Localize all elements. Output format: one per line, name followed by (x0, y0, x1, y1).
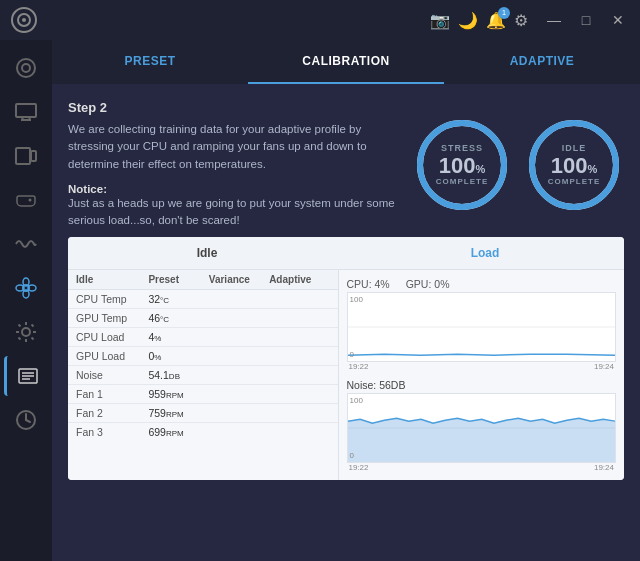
noise-y-label-max: 100 (350, 396, 363, 405)
close-button[interactable]: ✕ (604, 6, 632, 34)
chart-x-labels-cpu: 19:22 19:24 (347, 362, 617, 371)
content-area: PRESET CALIBRATION ADAPTIVE Step 2 We ar… (52, 40, 640, 561)
idle-percent: 100 (551, 155, 588, 177)
data-section: Idle Load Idle Preset Variance (68, 237, 624, 480)
tab-preset[interactable]: PRESET (52, 40, 248, 84)
noise-stat: Noise: 56DB (347, 379, 617, 391)
sidebar-item-monitor[interactable] (4, 92, 48, 132)
scroll-content[interactable]: Step 2 We are collecting training data f… (52, 84, 640, 561)
maximize-button[interactable]: □ (572, 6, 600, 34)
row-label-fan3: Fan 3 (76, 426, 148, 438)
bell-icon[interactable]: 🔔 1 (486, 11, 506, 30)
notice-label: Notice: (68, 183, 396, 195)
sidebar (0, 40, 52, 561)
row-value-gpu-load: 0% (148, 350, 208, 362)
row-label-noise: Noise (76, 369, 148, 381)
row-value-fan2: 759RPM (148, 407, 208, 419)
noise-chart: 100 0 (347, 393, 617, 463)
settings-gear-icon[interactable]: ⚙ (514, 11, 528, 30)
noise-chart-block: Noise: 56DB 100 (347, 379, 617, 472)
table-row: GPU Load 0% (68, 347, 338, 366)
gpu-stat: GPU: 0% (406, 278, 450, 290)
table-row: Noise 54.1DB (68, 366, 338, 385)
minimize-button[interactable]: — (540, 6, 568, 34)
data-table: Idle Preset Variance Adaptive CPU Temp 3… (68, 270, 338, 480)
svg-rect-10 (31, 151, 36, 161)
idle-complete: COMPLETE (548, 177, 600, 186)
svg-line-26 (19, 338, 21, 340)
row-label-cpu-temp: CPU Temp (76, 293, 148, 305)
idle-label: IDLE (562, 143, 587, 153)
moon-icon[interactable]: 🌙 (458, 11, 478, 30)
camera-icon[interactable]: 📷 (430, 11, 450, 30)
idle-circle: IDLE 100% COMPLETE (524, 115, 624, 215)
col-header-variance: Variance (209, 274, 269, 285)
step-title: Step 2 (68, 100, 396, 115)
sidebar-item-fan[interactable] (4, 268, 48, 308)
table-header-row: Idle Preset Variance Adaptive (68, 270, 338, 290)
y-label-min: 0 (350, 350, 354, 359)
row-value-gpu-temp: 46°C (148, 312, 208, 324)
table-row: Fan 2 759RPM (68, 404, 338, 423)
row-value-fan3: 699RPM (148, 426, 208, 438)
svg-marker-38 (348, 419, 616, 463)
y-label-max: 100 (350, 295, 363, 304)
cpu-gpu-chart-block: CPU: 4% GPU: 0% 100 (347, 278, 617, 371)
sidebar-item-gamepad[interactable] (4, 180, 48, 220)
table-row: Fan 1 959RPM (68, 385, 338, 404)
chart-header-cpu-gpu: CPU: 4% GPU: 0% (347, 278, 617, 290)
row-label-fan1: Fan 1 (76, 388, 148, 400)
tab-adaptive[interactable]: ADAPTIVE (444, 40, 640, 84)
sidebar-item-display[interactable] (4, 136, 48, 176)
notification-badge: 1 (498, 7, 510, 19)
chart-x-labels-noise: 19:22 19:24 (347, 463, 617, 472)
app-window: 📷 🌙 🔔 1 ⚙ — □ ✕ (0, 0, 640, 561)
noise-x-label-start: 19:22 (349, 463, 369, 472)
title-bar: 📷 🌙 🔔 1 ⚙ — □ ✕ (0, 0, 640, 40)
col-header-adaptive: Adaptive (269, 274, 329, 285)
row-value-cpu-load: 4% (148, 331, 208, 343)
idle-tab-header[interactable]: Idle (68, 237, 346, 269)
svg-rect-5 (16, 104, 36, 117)
col-header-idle: Idle (76, 274, 148, 285)
svg-line-25 (32, 325, 34, 327)
sidebar-item-wave[interactable] (4, 224, 48, 264)
app-logo (8, 4, 40, 36)
cpu-stat: CPU: 4% (347, 278, 390, 290)
sidebar-item-list[interactable] (4, 356, 48, 396)
stress-complete: COMPLETE (436, 177, 488, 186)
svg-line-24 (32, 338, 34, 340)
noise-y-label-min: 0 (350, 451, 354, 460)
svg-point-3 (17, 59, 35, 77)
step-description: We are collecting training data for your… (68, 121, 396, 173)
window-controls: — □ ✕ (540, 6, 632, 34)
row-value-fan1: 959RPM (148, 388, 208, 400)
charts-column: CPU: 4% GPU: 0% 100 (338, 270, 625, 480)
main-layout: PRESET CALIBRATION ADAPTIVE Step 2 We ar… (0, 40, 640, 561)
table-row: GPU Temp 46°C (68, 309, 338, 328)
stress-percent: 100 (439, 155, 476, 177)
title-bar-icons: 📷 🌙 🔔 1 ⚙ (430, 11, 528, 30)
tab-bar: PRESET CALIBRATION ADAPTIVE (52, 40, 640, 84)
table-row: CPU Load 4% (68, 328, 338, 347)
load-tab-header[interactable]: Load (346, 237, 624, 269)
data-body: Idle Preset Variance Adaptive CPU Temp 3… (68, 270, 624, 480)
svg-point-4 (22, 64, 30, 72)
sidebar-item-home[interactable] (4, 48, 48, 88)
row-label-gpu-temp: GPU Temp (76, 312, 148, 324)
sidebar-item-dial[interactable] (4, 400, 48, 440)
tab-calibration[interactable]: CALIBRATION (248, 40, 444, 84)
sidebar-item-brightness[interactable] (4, 312, 48, 352)
x-label-start: 19:22 (349, 362, 369, 371)
data-header: Idle Load (68, 237, 624, 270)
svg-point-12 (29, 199, 32, 202)
svg-line-23 (19, 325, 21, 327)
cpu-gpu-chart: 100 0 (347, 292, 617, 362)
svg-rect-9 (16, 148, 30, 164)
svg-point-18 (22, 328, 30, 336)
table-row: Fan 3 699RPM (68, 423, 338, 441)
row-label-cpu-load: CPU Load (76, 331, 148, 343)
x-label-end: 19:24 (594, 362, 614, 371)
row-label-fan2: Fan 2 (76, 407, 148, 419)
row-value-noise: 54.1DB (148, 369, 208, 381)
